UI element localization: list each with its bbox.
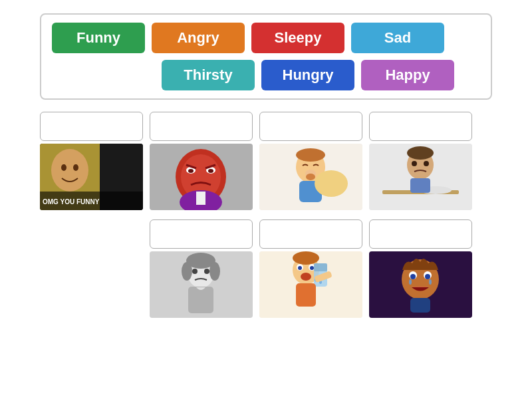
- svg-point-14: [208, 169, 213, 173]
- chip-thirsty[interactable]: Thirsty: [162, 60, 255, 90]
- svg-point-44: [293, 251, 319, 265]
- drop-box-2-2[interactable]: [259, 219, 362, 249]
- svg-point-47: [298, 266, 302, 270]
- chip-hungry[interactable]: Hungry: [261, 60, 354, 90]
- drop-box-1-4[interactable]: [369, 112, 472, 141]
- image-angry: [150, 144, 253, 210]
- happy-img-svg: [369, 251, 472, 318]
- image-sad2: [150, 251, 253, 318]
- chip-sleepy[interactable]: Sleepy: [251, 23, 344, 53]
- svg-point-39: [192, 269, 198, 274]
- chip-sad[interactable]: Sad: [351, 23, 444, 53]
- image-sad: [369, 144, 472, 210]
- svg-point-4: [61, 164, 66, 171]
- svg-point-60: [410, 274, 416, 279]
- svg-point-63: [429, 279, 432, 285]
- chip-angry[interactable]: Angry: [152, 23, 245, 53]
- image-funny: OMG YOU FUNNY: [40, 144, 143, 210]
- angry-img-svg: [150, 144, 253, 210]
- drop-box-2-3[interactable]: [369, 219, 472, 249]
- svg-point-62: [409, 279, 412, 285]
- image-thirsty: [259, 251, 362, 318]
- image-row-2: [150, 251, 492, 318]
- svg-point-48: [310, 266, 314, 270]
- svg-point-23: [306, 174, 315, 180]
- word-bank-row-2: Thirsty Hungry Happy: [162, 60, 480, 90]
- svg-rect-54: [296, 283, 316, 307]
- chip-happy[interactable]: Happy: [361, 60, 454, 90]
- drop-row-2: [150, 219, 492, 249]
- funny-img-svg: OMG YOU FUNNY: [40, 144, 143, 210]
- sad2-img-svg: [150, 251, 253, 318]
- match-area: OMG YOU FUNNY: [40, 112, 492, 325]
- drop-box-1-2[interactable]: [150, 112, 253, 141]
- svg-point-25: [315, 170, 348, 197]
- word-bank-row-1: Funny Angry Sleepy Sad: [52, 23, 480, 53]
- svg-point-38: [209, 262, 220, 281]
- word-bank: Funny Angry Sleepy Sad Thirsty Hungry Ha…: [40, 13, 492, 100]
- chip-funny[interactable]: Funny: [52, 23, 145, 53]
- drop-box-2-1[interactable]: [150, 219, 253, 249]
- svg-point-21: [296, 148, 325, 162]
- svg-rect-41: [188, 287, 213, 313]
- svg-text:OMG YOU FUNNY: OMG YOU FUNNY: [43, 198, 100, 205]
- drop-row-1: [40, 112, 492, 141]
- image-row-1: OMG YOU FUNNY: [40, 144, 492, 210]
- svg-point-29: [412, 161, 417, 166]
- svg-point-28: [407, 146, 434, 160]
- svg-point-5: [73, 164, 78, 171]
- thirsty-img-svg: [259, 251, 362, 318]
- svg-point-49: [301, 273, 311, 281]
- svg-rect-33: [410, 178, 430, 193]
- svg-rect-18: [196, 192, 205, 205]
- svg-rect-51: [314, 263, 327, 271]
- drop-box-1-1[interactable]: [40, 112, 143, 141]
- svg-point-40: [204, 269, 209, 274]
- image-sleepy: [259, 144, 362, 210]
- sad-img-svg: [369, 144, 472, 210]
- svg-rect-64: [410, 298, 430, 313]
- drop-box-1-3[interactable]: [259, 112, 362, 141]
- svg-point-30: [424, 161, 429, 166]
- svg-point-61: [425, 274, 430, 279]
- sleepy-img-svg: [259, 144, 362, 210]
- image-happy: [369, 251, 472, 318]
- svg-point-3: [51, 149, 88, 192]
- svg-point-13: [188, 169, 194, 173]
- svg-point-37: [182, 262, 192, 281]
